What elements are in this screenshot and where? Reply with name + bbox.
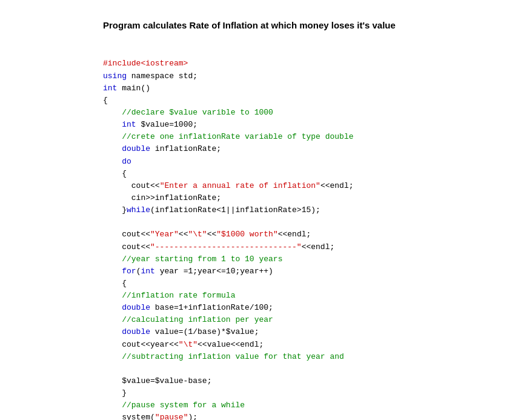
double-keyword-1: double <box>122 144 150 153</box>
comment-2: //crete one inflationRate variable of ty… <box>122 132 353 141</box>
int-keyword-main: int <box>103 84 117 93</box>
double-keyword-3: double <box>122 327 150 336</box>
string-tab-2: "\t" <box>179 340 197 349</box>
page-container: Program calculates Rate of Inflation at … <box>0 0 521 420</box>
do-keyword: do <box>122 157 131 166</box>
double-keyword-2: double <box>122 303 150 312</box>
comment-1: //declare $value varible to 1000 <box>122 108 273 117</box>
comment-5: //calculating inflation per year <box>122 315 273 324</box>
string-enter: "Enter a annual rate of inflation" <box>160 181 320 190</box>
int-keyword-value: int <box>122 120 136 129</box>
string-tab-1: "\t" <box>188 230 207 239</box>
int-keyword-for: int <box>141 267 154 276</box>
using-keyword: using <box>103 72 127 81</box>
string-dashes: "------------------------------" <box>150 242 302 252</box>
comment-4: //inflation rate formula <box>122 291 235 300</box>
page-title: Program calculates Rate of Inflation at … <box>103 18 497 32</box>
comment-3: //year starting from 1 to 10 years <box>122 255 282 264</box>
string-pause: "pause" <box>155 413 188 420</box>
comment-7: //pause system for a while <box>122 401 245 410</box>
code-block: #include<iostream> using namespace std; … <box>103 45 497 420</box>
string-year: "Year" <box>150 230 179 239</box>
include-directive: #include<iostream> <box>103 59 188 68</box>
while-keyword: while <box>127 205 150 215</box>
for-keyword: for <box>122 267 136 276</box>
comment-6: //subtracting inflation value for that y… <box>122 352 344 361</box>
string-1000worth: "$1000 worth" <box>216 230 277 239</box>
